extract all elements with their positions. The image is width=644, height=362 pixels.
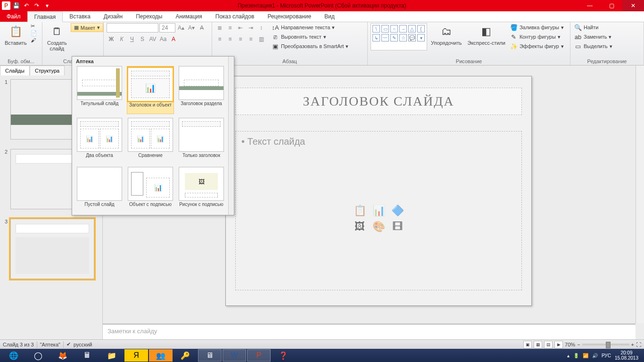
view-slideshow-button[interactable]: ▶	[554, 341, 563, 348]
shape-triangle-icon[interactable]: △	[408, 25, 416, 33]
view-sorter-button[interactable]: ▦	[534, 341, 542, 348]
status-language[interactable]: русский	[74, 342, 92, 347]
tray-battery-icon[interactable]: 🔋	[573, 353, 579, 358]
layout-item-title-only[interactable]: Только заголовок	[178, 118, 225, 163]
taskbar-lock-icon[interactable]: 🔑	[173, 349, 197, 362]
zoom-out-button[interactable]: −	[577, 342, 580, 347]
undo-icon[interactable]: ↶	[22, 1, 31, 10]
slide-canvas[interactable]: ЗАГОЛОВОК СЛАЙДА • Текст слайда 📋 📊 🔷 🖼 …	[225, 76, 532, 306]
tab-view[interactable]: Вид	[318, 11, 341, 22]
font-family-combo[interactable]	[107, 23, 158, 33]
save-icon[interactable]: 💾	[11, 1, 21, 10]
format-painter-icon[interactable]: 🖌	[31, 37, 37, 43]
layout-item-title-slide[interactable]: Титульный слайд	[76, 66, 123, 114]
taskbar-help-icon[interactable]: ❓	[272, 349, 295, 362]
new-slide-button[interactable]: 🗒 Создать слайд	[45, 23, 69, 52]
inc-indent-icon[interactable]: ⇥	[246, 23, 256, 33]
char-spacing-icon[interactable]: Aa	[158, 34, 168, 44]
insert-picture-icon[interactable]: 🖼	[352, 220, 368, 233]
shape-callout-icon[interactable]: 💬	[408, 34, 416, 41]
cut-icon[interactable]: ✂	[31, 23, 37, 29]
find-button[interactable]: 🔍Найти	[573, 23, 613, 32]
shape-arrow-icon[interactable]: →	[399, 25, 407, 33]
zoom-slider[interactable]	[582, 344, 629, 346]
shape-fill-button[interactable]: 🪣Заливка фигуры ▾	[509, 23, 565, 32]
select-button[interactable]: ▭Выделить ▾	[573, 42, 613, 50]
tab-review[interactable]: Рецензирование	[261, 11, 318, 22]
shape-curve-icon[interactable]: 〰	[381, 34, 389, 41]
layout-item-comparison[interactable]: 📊📊 Сравнение	[127, 118, 174, 163]
qat-dropdown-icon[interactable]: ▾	[42, 1, 52, 10]
shape-outline-button[interactable]: ✎Контур фигуры ▾	[509, 33, 565, 41]
tab-file[interactable]: Файл	[0, 11, 27, 22]
taskbar-desktop-icon[interactable]: 🖥	[198, 349, 222, 362]
thumbnail-3[interactable]: 3	[2, 219, 100, 279]
tray-chevron-icon[interactable]: ▴	[567, 353, 570, 358]
tab-design[interactable]: Дизайн	[97, 11, 129, 22]
insert-media-icon[interactable]: 🎞	[389, 220, 405, 233]
tab-home[interactable]: Главная	[27, 12, 63, 22]
grow-font-icon[interactable]: A▴	[176, 23, 186, 33]
tab-animation[interactable]: Анимация	[169, 11, 208, 22]
slide-title-placeholder[interactable]: ЗАГОЛОВОК СЛАЙДА	[235, 88, 522, 115]
bold-icon[interactable]: Ж	[107, 34, 116, 44]
font-size-combo[interactable]: 24	[159, 23, 175, 33]
layout-item-two-content[interactable]: 📊📊 Два объекта	[76, 118, 123, 163]
taskbar-yandex-icon[interactable]: Я	[124, 349, 148, 362]
view-reading-button[interactable]: ▤	[544, 341, 553, 348]
taskbar-firefox-icon[interactable]: 🦊	[51, 349, 74, 362]
convert-smartart-button[interactable]: ▣Преобразовать в SmartArt ▾	[271, 42, 349, 50]
minimize-button[interactable]: —	[579, 0, 601, 11]
thumbs-tab-outline[interactable]: Структура	[30, 66, 65, 75]
tray-volume-icon[interactable]: 🔊	[592, 353, 598, 358]
tray-language[interactable]: РУС	[602, 353, 611, 358]
insert-chart-icon[interactable]: 📊	[371, 204, 387, 217]
tab-slideshow[interactable]: Показ слайдов	[209, 11, 261, 22]
shrink-font-icon[interactable]: A▾	[187, 23, 196, 33]
italic-icon[interactable]: К	[117, 34, 126, 44]
shape-connector-icon[interactable]: ↳	[372, 34, 380, 41]
layout-item-content-caption[interactable]: 📊 Объект с подписью	[127, 167, 174, 212]
layout-item-title-content[interactable]: 📊 Заголовок и объект	[127, 66, 174, 114]
strike-icon[interactable]: S	[138, 34, 147, 44]
copy-icon[interactable]: 📄	[31, 30, 37, 36]
layout-item-section-header[interactable]: Заголовок раздела	[178, 66, 225, 114]
justify-icon[interactable]: ≡	[246, 34, 256, 44]
view-normal-button[interactable]: ▣	[523, 341, 532, 348]
zoom-in-button[interactable]: +	[631, 342, 634, 347]
shape-line-icon[interactable]: \	[372, 25, 380, 33]
font-color-icon[interactable]: A	[169, 34, 178, 44]
close-button[interactable]: ✕	[622, 0, 644, 11]
shape-freeform-icon[interactable]: ✎	[390, 34, 398, 41]
shape-oval-icon[interactable]: ○	[390, 25, 398, 33]
layout-item-blank[interactable]: Пустой слайд	[76, 167, 123, 212]
dec-indent-icon[interactable]: ⇤	[236, 23, 245, 33]
taskbar-hp-icon[interactable]: ◯	[26, 349, 50, 362]
notes-pane[interactable]: Заметки к слайду	[103, 323, 636, 339]
quick-styles-button[interactable]: ◧ Экспресс-стили	[465, 23, 507, 47]
spellcheck-icon[interactable]: ✔	[66, 341, 71, 347]
maximize-button[interactable]: ▢	[601, 0, 622, 11]
align-center-icon[interactable]: ≡	[225, 34, 235, 44]
columns-icon[interactable]: ▥	[256, 34, 266, 44]
taskbar-ok-icon[interactable]: 👥	[149, 349, 173, 362]
insert-table-icon[interactable]: 📋	[352, 204, 368, 217]
underline-icon[interactable]: Ч	[127, 34, 137, 44]
align-left-icon[interactable]: ≡	[215, 34, 224, 44]
line-spacing-icon[interactable]: ↕	[256, 23, 266, 33]
taskbar-ie-icon[interactable]: 🌐	[2, 349, 25, 362]
align-right-icon[interactable]: ≡	[236, 34, 245, 44]
tab-transitions[interactable]: Переходы	[129, 11, 169, 22]
taskbar-calc-icon[interactable]: 🖩	[75, 349, 99, 362]
shape-brace-icon[interactable]: {	[417, 25, 425, 33]
layout-gallery-scrollbar[interactable]	[228, 57, 234, 215]
tray-network-icon[interactable]: 📶	[583, 353, 588, 358]
taskbar-explorer-icon[interactable]: 📁	[100, 349, 124, 362]
taskbar-word-icon[interactable]: W	[223, 349, 246, 362]
text-direction-button[interactable]: ↕AНаправление текста ▾	[271, 23, 349, 32]
align-text-button[interactable]: ⎚Выровнять текст ▾	[271, 33, 349, 41]
taskbar-powerpoint-icon[interactable]: P	[247, 349, 271, 362]
insert-smartart-icon[interactable]: 🔷	[389, 204, 405, 217]
tray-clock[interactable]: 20:09 15.08.2013	[615, 350, 638, 361]
replace-button[interactable]: abЗаменить ▾	[573, 33, 613, 41]
